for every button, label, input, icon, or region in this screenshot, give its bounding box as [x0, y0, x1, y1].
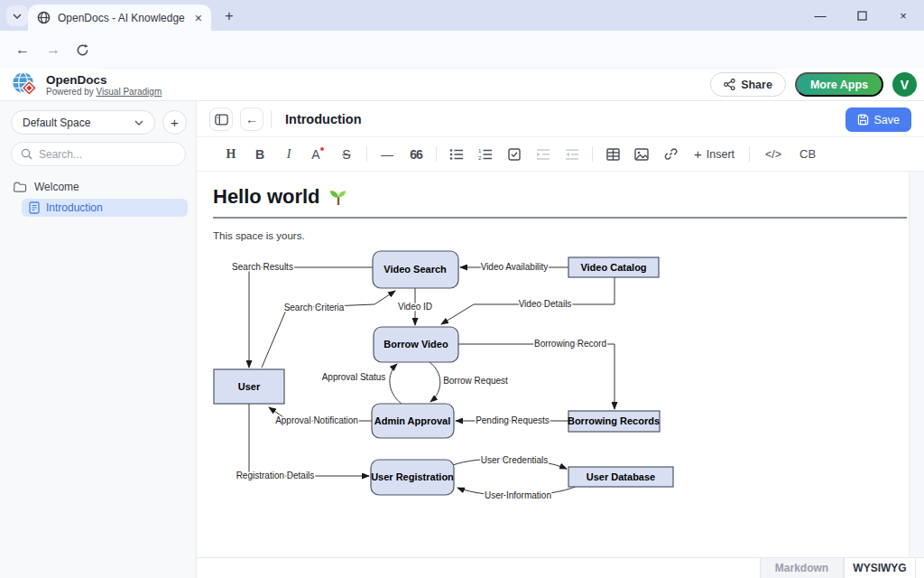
- inline-code-button[interactable]: </>: [755, 144, 791, 165]
- page-title: Hello world: [213, 185, 907, 219]
- checkbox-icon: [508, 148, 521, 161]
- bold-button[interactable]: B: [245, 144, 274, 165]
- flow-label: Search Results: [232, 262, 293, 272]
- tree-item-label: Welcome: [34, 181, 79, 193]
- code-block-button[interactable]: CB: [791, 144, 824, 165]
- flow-label: Search Criteria: [284, 303, 345, 312]
- indent-button[interactable]: [529, 144, 558, 165]
- flow-label: Registration Details: [236, 471, 315, 480]
- search-icon: [21, 148, 32, 160]
- maximize-button[interactable]: [841, 0, 882, 31]
- doc-header: ← Introduction Save: [197, 101, 924, 137]
- divider: [366, 146, 367, 162]
- panel-toggle-icon: [215, 114, 228, 126]
- tab-strip: OpenDocs - AI Knowledge Base × + — ×: [0, 0, 924, 31]
- link-button[interactable]: [656, 144, 685, 165]
- markdown-mode-tab[interactable]: Markdown: [760, 558, 844, 578]
- node-label: User Registration: [371, 471, 454, 482]
- ordered-list-button[interactable]: 12: [471, 144, 500, 165]
- reload-icon: [76, 43, 89, 57]
- more-apps-button[interactable]: More Apps: [795, 72, 883, 97]
- image-icon: [634, 148, 649, 161]
- browser-navbar: ← → ai-toolbox.visual-paradigm.com/app/o…: [0, 31, 924, 69]
- table-button[interactable]: [598, 144, 627, 165]
- wysiwyg-mode-tab[interactable]: WYSIWYG: [844, 558, 916, 578]
- task-list-button[interactable]: [500, 144, 529, 165]
- ordered-list-icon: 12: [478, 148, 493, 161]
- user-avatar[interactable]: V: [892, 72, 917, 97]
- tab-title: OpenDocs - AI Knowledge Base: [58, 12, 188, 24]
- powered-by: Powered by Visual Paradigm: [46, 87, 162, 97]
- reload-button[interactable]: [70, 38, 94, 61]
- heading-button[interactable]: H: [217, 144, 245, 165]
- app-name: OpenDocs: [46, 73, 162, 87]
- node-label: User Database: [587, 471, 655, 482]
- table-icon: [606, 148, 620, 161]
- text-color-button[interactable]: A: [303, 144, 332, 165]
- body-text: This space is yours.: [213, 230, 907, 241]
- close-button[interactable]: ×: [882, 0, 924, 31]
- divider: [271, 110, 272, 128]
- editor-statusbar: Markdown WYSIWYG: [197, 557, 924, 578]
- opendocs-logo: [11, 70, 39, 98]
- node-label: Admin Approval: [374, 415, 451, 426]
- share-icon: [724, 79, 735, 90]
- visual-paradigm-link[interactable]: Visual Paradigm: [97, 87, 162, 97]
- outdent-icon: [565, 148, 579, 161]
- diagram-nodes: [214, 251, 673, 495]
- back-button[interactable]: ←: [11, 38, 34, 61]
- flow-label: Video ID: [398, 302, 432, 312]
- node-label: Borrowing Records: [568, 415, 660, 426]
- scrollbar-gutter[interactable]: [909, 172, 924, 557]
- maximize-icon: [857, 11, 867, 21]
- search-input[interactable]: [39, 148, 165, 161]
- flow-label: Approval Status: [322, 372, 386, 382]
- node-label: Borrow Video: [383, 339, 448, 350]
- sidebar-item-welcome[interactable]: Welcome: [0, 177, 197, 197]
- divider: [749, 146, 750, 162]
- flow-label: Borrow Request: [443, 376, 508, 386]
- flow-label: Video Availability: [481, 262, 549, 272]
- save-button[interactable]: Save: [845, 107, 912, 132]
- data-flow-diagram[interactable]: Video Search Video Catalog Borrow Video …: [213, 243, 682, 514]
- tab-search-button[interactable]: [6, 5, 28, 26]
- back-to-docs-button[interactable]: ←: [240, 107, 263, 131]
- strikethrough-button[interactable]: S: [332, 144, 361, 165]
- editor-content[interactable]: Hello world This space is yours.: [197, 172, 909, 557]
- flow-label: Borrowing Record: [534, 339, 606, 349]
- new-tab-button[interactable]: +: [220, 7, 238, 25]
- browser-window: OpenDocs - AI Knowledge Base × + — × ← →…: [0, 0, 924, 578]
- color-dot: [320, 147, 324, 151]
- flow-label: User Credentials: [481, 455, 548, 465]
- insert-button[interactable]: +Insert: [685, 146, 744, 162]
- italic-button[interactable]: I: [274, 144, 303, 165]
- minimize-button[interactable]: —: [799, 0, 841, 31]
- sidebar-item-introduction[interactable]: Introduction: [22, 199, 188, 217]
- globe-favicon: [37, 11, 51, 24]
- node-label: Video Search: [383, 264, 447, 275]
- chevron-down-icon: [134, 120, 143, 126]
- indent-icon: [536, 148, 550, 161]
- browser-tab[interactable]: OpenDocs - AI Knowledge Base ×: [28, 5, 211, 31]
- chevron-down-icon: [13, 14, 22, 19]
- outdent-button[interactable]: [558, 144, 587, 165]
- doc-title: Introduction: [285, 112, 362, 126]
- image-button[interactable]: [627, 144, 656, 165]
- flow-label: Video Details: [519, 299, 572, 309]
- document-icon: [29, 201, 40, 214]
- divider: [592, 146, 593, 162]
- flow-label: Approval Notification: [275, 415, 358, 425]
- tab-close-icon[interactable]: ×: [195, 12, 202, 24]
- svg-text:1: 1: [478, 148, 482, 154]
- share-button[interactable]: Share: [710, 72, 786, 97]
- toggle-sidebar-button[interactable]: [209, 107, 233, 131]
- blockquote-button[interactable]: 66: [402, 144, 430, 165]
- forward-button[interactable]: →: [42, 38, 65, 61]
- horizontal-rule-button[interactable]: —: [373, 144, 402, 165]
- bullet-list-button[interactable]: [442, 144, 471, 165]
- sidebar-search[interactable]: [11, 142, 186, 166]
- link-icon: [664, 147, 678, 161]
- add-space-button[interactable]: +: [162, 110, 187, 135]
- space-selector[interactable]: Default Space: [11, 110, 155, 135]
- app-header: OpenDocs Powered by Visual Paradigm Shar…: [0, 69, 924, 101]
